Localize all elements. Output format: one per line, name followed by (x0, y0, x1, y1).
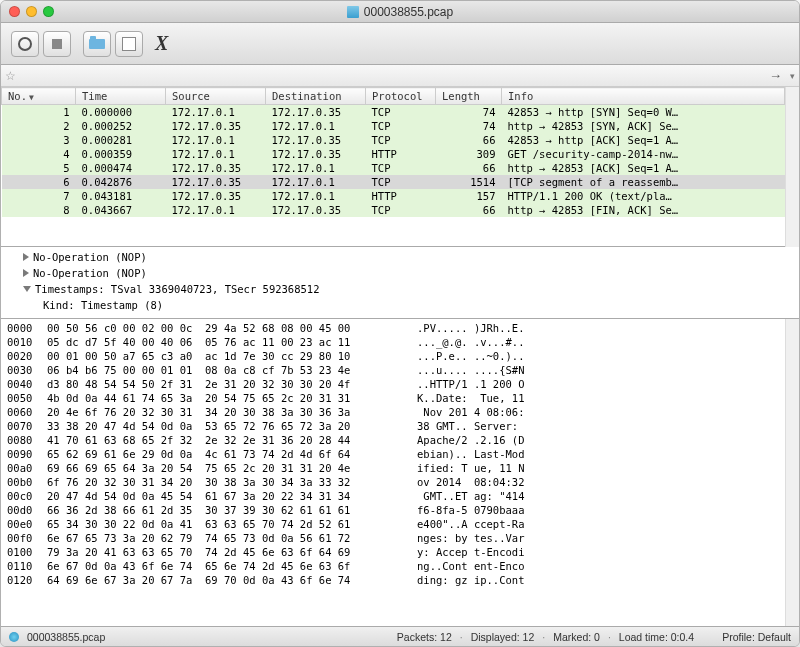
collapse-icon[interactable] (23, 286, 31, 292)
packet-row[interactable]: 80.043667172.17.0.1172.17.0.35TCP66http … (2, 203, 785, 217)
hex-row[interactable]: 003006 b4 b6 75 00 00 01 01 08 0a c8 cf … (7, 363, 779, 377)
packet-row[interactable]: 40.000359172.17.0.1172.17.0.35HTTP309GET… (2, 147, 785, 161)
hex-row[interactable]: 012064 69 6e 67 3a 20 67 7a 69 70 0d 0a … (7, 573, 779, 587)
apply-filter-icon[interactable]: → (765, 68, 786, 83)
column-header[interactable]: Time (76, 88, 166, 105)
app-window: 000038855.pcap X ☆ → ▾ No.▼TimeSourceDes… (0, 0, 800, 647)
detail-line[interactable]: Timestamps: TSval 3369040723, TSecr 5923… (5, 281, 795, 297)
hex-row[interactable]: 00504b 0d 0a 44 61 74 65 3a 20 54 75 65 … (7, 391, 779, 405)
folder-icon (89, 39, 105, 49)
packet-row[interactable]: 10.000000172.17.0.1172.17.0.35TCP7442853… (2, 105, 785, 120)
capture-stop-button[interactable] (43, 31, 71, 57)
filter-dropdown-icon[interactable]: ▾ (790, 71, 795, 81)
hex-row[interactable]: 00b06f 76 20 32 30 31 34 20 30 38 3a 30 … (7, 475, 779, 489)
hex-row[interactable]: 000000 50 56 c0 00 02 00 0c 29 4a 52 68 … (7, 321, 779, 335)
column-header[interactable]: No.▼ (2, 88, 76, 105)
expert-info-icon[interactable] (9, 632, 19, 642)
main-content: No.▼TimeSourceDestinationProtocolLengthI… (1, 87, 799, 626)
close-file-button[interactable]: X (155, 31, 168, 57)
packet-list-pane[interactable]: No.▼TimeSourceDestinationProtocolLengthI… (1, 87, 785, 247)
hex-row[interactable]: 008041 70 61 63 68 65 2f 32 2e 32 2e 31 … (7, 433, 779, 447)
capture-start-button[interactable] (11, 31, 39, 57)
hex-row[interactable]: 001005 dc d7 5f 40 00 40 06 05 76 ac 11 … (7, 335, 779, 349)
calendar-icon (122, 37, 136, 51)
open-file-button[interactable] (83, 31, 111, 57)
hex-row[interactable]: 010079 3a 20 41 63 63 65 70 74 2d 45 6e … (7, 545, 779, 559)
window-title: 000038855.pcap (364, 5, 453, 19)
packet-row[interactable]: 70.043181172.17.0.35172.17.0.1HTTP157HTT… (2, 189, 785, 203)
column-header[interactable]: Source (166, 88, 266, 105)
packet-row[interactable]: 50.000474172.17.0.35172.17.0.1TCP66http … (2, 161, 785, 175)
detail-line[interactable]: Kind: Timestamp (8) (5, 297, 795, 313)
stop-icon (52, 39, 62, 49)
expand-icon[interactable] (23, 253, 29, 261)
packet-row[interactable]: 30.000281172.17.0.1172.17.0.35TCP6642853… (2, 133, 785, 147)
traffic-lights (9, 6, 54, 17)
packet-details-pane[interactable]: No-Operation (NOP)No-Operation (NOP)Time… (1, 247, 799, 319)
column-header[interactable]: Info (502, 88, 785, 105)
hex-row[interactable]: 009065 62 69 61 6e 29 0d 0a 4c 61 73 74 … (7, 447, 779, 461)
display-filter-bar: ☆ → ▾ (1, 65, 799, 87)
packet-row[interactable]: 60.042876172.17.0.35172.17.0.1TCP1514[TC… (2, 175, 785, 189)
status-profile: Profile: Default (722, 631, 791, 643)
packet-row[interactable]: 20.000252172.17.0.35172.17.0.1TCP74http … (2, 119, 785, 133)
close-icon[interactable] (9, 6, 20, 17)
hex-row[interactable]: 00d066 36 2d 38 66 61 2d 35 30 37 39 30 … (7, 503, 779, 517)
hex-row[interactable]: 002000 01 00 50 a7 65 c3 a0 ac 1d 7e 30 … (7, 349, 779, 363)
toolbar: X (1, 23, 799, 65)
recent-button[interactable] (115, 31, 143, 57)
status-packets: Packets: 12 (397, 631, 452, 643)
hex-row[interactable]: 006020 4e 6f 76 20 32 30 31 34 20 30 38 … (7, 405, 779, 419)
status-loadtime: Load time: 0:0.4 (619, 631, 694, 643)
scrollbar[interactable] (785, 87, 799, 247)
packet-bytes-pane[interactable]: 000000 50 56 c0 00 02 00 0c 29 4a 52 68 … (1, 319, 785, 626)
bookmark-icon[interactable]: ☆ (5, 69, 16, 83)
pcap-file-icon (347, 6, 359, 18)
hex-row[interactable]: 0040d3 80 48 54 54 50 2f 31 2e 31 20 32 … (7, 377, 779, 391)
scrollbar[interactable] (785, 319, 799, 626)
status-file: 000038855.pcap (27, 631, 105, 643)
column-header[interactable]: Protocol (366, 88, 436, 105)
x-icon: X (155, 32, 168, 55)
statusbar: 000038855.pcap Packets: 12 · Displayed: … (1, 626, 799, 646)
titlebar: 000038855.pcap (1, 1, 799, 23)
expand-icon[interactable] (23, 269, 29, 277)
column-header[interactable]: Length (436, 88, 502, 105)
status-displayed: Displayed: 12 (471, 631, 535, 643)
detail-line[interactable]: No-Operation (NOP) (5, 265, 795, 281)
status-marked: Marked: 0 (553, 631, 600, 643)
column-header[interactable]: Destination (266, 88, 366, 105)
hex-row[interactable]: 00e065 34 30 30 22 0d 0a 41 63 63 65 70 … (7, 517, 779, 531)
display-filter-input[interactable] (20, 67, 761, 85)
hex-row[interactable]: 00f06e 67 65 73 3a 20 62 79 74 65 73 0d … (7, 531, 779, 545)
zoom-icon[interactable] (43, 6, 54, 17)
hex-row[interactable]: 00c020 47 4d 54 0d 0a 45 54 61 67 3a 20 … (7, 489, 779, 503)
hex-row[interactable]: 007033 38 20 47 4d 54 0d 0a 53 65 72 76 … (7, 419, 779, 433)
hex-row[interactable]: 00a069 66 69 65 64 3a 20 54 75 65 2c 20 … (7, 461, 779, 475)
minimize-icon[interactable] (26, 6, 37, 17)
hex-row[interactable]: 01106e 67 0d 0a 43 6f 6e 74 65 6e 74 2d … (7, 559, 779, 573)
detail-line[interactable]: No-Operation (NOP) (5, 249, 795, 265)
record-icon (18, 37, 32, 51)
